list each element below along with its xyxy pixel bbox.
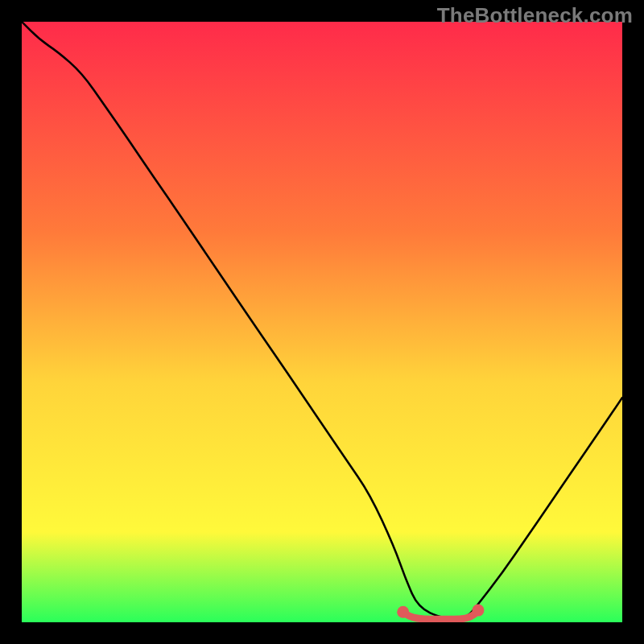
chart-frame: TheBottleneck.com (0, 0, 644, 644)
gradient-background (22, 22, 622, 622)
flat-endpoint-right-icon (472, 605, 484, 617)
bottleneck-plot (22, 22, 622, 622)
flat-endpoint-left-icon (397, 606, 409, 618)
watermark-text: TheBottleneck.com (437, 3, 633, 28)
